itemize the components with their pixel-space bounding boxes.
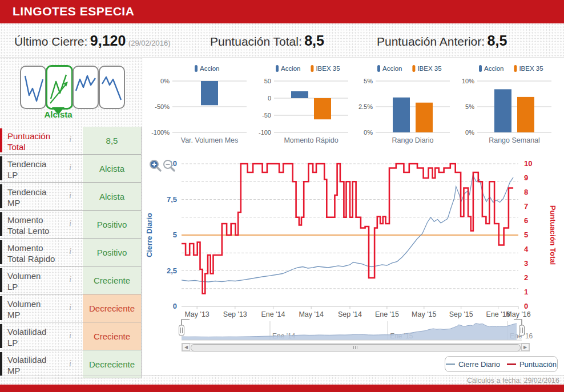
indicator-label: PuntuaciónTotal xyxy=(0,128,70,152)
scrollbar-right-arrow-icon[interactable]: ▶ xyxy=(521,343,529,351)
bar-ibex-35[interactable] xyxy=(416,103,433,132)
svg-text:4: 4 xyxy=(524,245,529,253)
svg-text:50: 50 xyxy=(264,78,271,84)
mini-chart-momento-r-pido: AccionIBEX 35500-50-100Momento Rápido xyxy=(248,62,352,149)
bar-accion[interactable] xyxy=(201,81,218,105)
svg-text:7,5: 7,5 xyxy=(167,195,177,204)
trend-icon-lateral-alcista[interactable] xyxy=(72,66,99,109)
indicator-row: VolatilidadLPiCreciente xyxy=(0,322,141,350)
legend-item-cierre-diario[interactable]: Cierre Diario xyxy=(446,360,500,369)
mini-chart-rango-diario: AccionIBEX 355%2.5%0%Rango Diario xyxy=(349,62,453,149)
score-previous-label: Puntuación Anterior: xyxy=(377,35,485,48)
left-axis-title: Cierre Diario xyxy=(145,213,154,257)
svg-text:Rango Diario: Rango Diario xyxy=(392,136,434,144)
info-icon[interactable]: i xyxy=(66,302,74,312)
svg-text:0: 0 xyxy=(524,302,528,310)
indicator-row: PuntuaciónTotali8,5 xyxy=(0,127,141,155)
indicator-row: MomentoTotal RápidoiPositivo xyxy=(0,239,141,266)
stock-dashboard: LINGOTES ESPECIA Último Cierre: 9,120 (2… xyxy=(0,0,564,392)
info-icon[interactable]: i xyxy=(66,163,74,172)
indicator-value: Positivo xyxy=(83,239,141,266)
svg-text:5: 5 xyxy=(173,231,177,239)
svg-text:Ene '14: Ene '14 xyxy=(261,310,285,318)
svg-text:Accion: Accion xyxy=(281,65,301,72)
series-puntuacion xyxy=(182,164,513,294)
svg-text:May '15: May '15 xyxy=(412,310,436,318)
indicator-label: MomentoTotal Lento xyxy=(0,212,70,236)
selected-trend-label: Alcista xyxy=(34,110,82,119)
info-icon[interactable]: i xyxy=(66,135,74,144)
svg-text:-100%: -100% xyxy=(151,129,170,136)
svg-text:1: 1 xyxy=(524,288,528,296)
svg-text:9: 9 xyxy=(524,173,528,182)
last-close-label: Último Cierre: xyxy=(14,35,87,48)
trend-icon-bajista[interactable] xyxy=(20,66,46,109)
bottom-accent-bar xyxy=(0,385,564,392)
indicator-row: VolatilidadMPiDecreciente xyxy=(0,350,141,378)
bar-ibex-35[interactable] xyxy=(314,98,331,119)
svg-text:May '13: May '13 xyxy=(184,310,209,318)
svg-text:0: 0 xyxy=(268,95,271,102)
score-previous-value: 8,5 xyxy=(488,33,507,49)
stat-score-total: Puntuación Total: 8,5 xyxy=(210,33,324,49)
main-price-score-chart[interactable]: 02,557,510Cierre Diario012345678910Puntu… xyxy=(143,152,564,320)
svg-text:Sep '15: Sep '15 xyxy=(449,310,473,318)
svg-text:5%: 5% xyxy=(465,103,474,110)
indicator-label: VolumenMP xyxy=(0,296,70,320)
navigator-right-handle[interactable] xyxy=(519,325,525,336)
info-icon[interactable]: i xyxy=(66,246,74,256)
indicator-label: TendenciaMP xyxy=(0,184,70,208)
indicator-value: Positivo xyxy=(83,211,141,238)
svg-text:Accion: Accion xyxy=(382,65,402,72)
svg-text:0%: 0% xyxy=(160,78,170,84)
indicator-label: VolatilidadMP xyxy=(0,352,70,376)
info-icon[interactable]: i xyxy=(66,219,74,228)
chart-scrollbar[interactable]: ◀ ▶ xyxy=(182,343,530,351)
svg-text:-50: -50 xyxy=(262,112,271,119)
indicator-row: VolumenLPiCreciente xyxy=(0,266,141,294)
info-icon[interactable]: i xyxy=(66,191,74,200)
svg-text:0%: 0% xyxy=(364,129,373,136)
last-close-date: (29/02/2016) xyxy=(128,39,171,47)
legend-swatch-icon xyxy=(507,363,516,365)
info-icon[interactable]: i xyxy=(66,274,74,284)
svg-text:0: 0 xyxy=(173,302,177,310)
svg-text:Sep '13: Sep '13 xyxy=(223,310,247,318)
bar-ibex-35[interactable] xyxy=(517,97,534,132)
info-icon[interactable]: i xyxy=(66,330,74,340)
svg-text:10: 10 xyxy=(524,159,532,168)
zoom-in-button[interactable] xyxy=(150,160,160,171)
scrollbar-thumb[interactable] xyxy=(191,344,521,351)
info-icon[interactable]: i xyxy=(66,358,74,368)
indicator-value: 8,5 xyxy=(83,127,141,154)
stats-bar: Último Cierre: 9,120 (29/02/2016) Puntua… xyxy=(0,23,564,58)
trend-icon-lateral-bajista[interactable] xyxy=(99,66,125,109)
scrollbar-left-arrow-icon[interactable]: ◀ xyxy=(182,343,190,351)
indicator-row: TendenciaLPiAlcista xyxy=(0,155,141,183)
indicator-table: PuntuaciónTotali8,5TendenciaLPiAlcistaTe… xyxy=(0,127,142,378)
svg-text:2.5%: 2.5% xyxy=(358,103,373,110)
svg-text:Accion: Accion xyxy=(484,65,504,72)
svg-text:-50%: -50% xyxy=(155,103,170,110)
indicator-row: MomentoTotal LentoiPositivo xyxy=(0,211,141,239)
right-axis-title: Puntuación Total xyxy=(549,205,557,265)
svg-text:2: 2 xyxy=(524,273,528,282)
stat-score-previous: Puntuación Anterior: 8,5 xyxy=(377,33,507,49)
mini-chart-var-volumen-mes: Accion0%-50%-100%Var. Volumen Mes xyxy=(146,62,250,149)
legend-item-puntuaci-n[interactable]: Puntuación xyxy=(507,360,557,369)
indicator-label: TendenciaLP xyxy=(0,156,70,180)
svg-text:Sep '14: Sep '14 xyxy=(338,310,362,318)
chart-navigator[interactable]: Ene '14Ene '15Ene '16 xyxy=(143,318,564,343)
svg-text:May '16: May '16 xyxy=(506,310,530,318)
legend-label: Puntuación xyxy=(519,360,557,369)
indicator-label: VolumenLP xyxy=(0,268,70,292)
navigator-left-handle[interactable] xyxy=(179,325,184,336)
stat-last-close: Último Cierre: 9,120 (29/02/2016) xyxy=(14,33,171,49)
bar-accion[interactable] xyxy=(393,98,410,132)
bar-accion[interactable] xyxy=(494,89,511,132)
trend-icon-alcista[interactable] xyxy=(46,65,73,110)
indicator-value: Decreciente xyxy=(83,294,141,322)
bar-accion[interactable] xyxy=(291,91,308,98)
svg-text:6: 6 xyxy=(524,216,528,225)
svg-text:3: 3 xyxy=(524,259,528,268)
